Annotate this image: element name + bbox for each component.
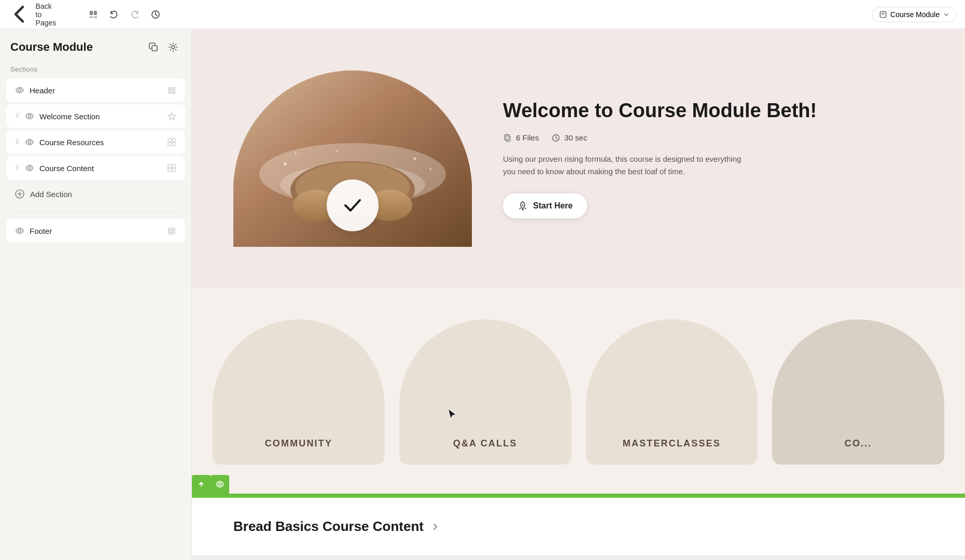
svg-rect-9 [169, 88, 175, 89]
undo-button[interactable] [106, 6, 122, 23]
history-button[interactable] [147, 6, 164, 23]
redo-button[interactable] [127, 6, 143, 23]
settings-button[interactable] [165, 39, 181, 55]
clock-icon [551, 133, 561, 143]
svg-rect-41 [506, 136, 510, 142]
visibility-icon-content [25, 163, 34, 173]
svg-point-36 [295, 152, 297, 155]
section-item-content[interactable]: ⠿ Course Content [6, 156, 185, 180]
hero-files: 6 Files [503, 133, 539, 143]
floating-bar-buttons [192, 475, 229, 494]
section-item-footer[interactable]: Footer [6, 219, 185, 243]
arrow-right-icon [430, 522, 440, 532]
back-to-pages-link[interactable]: Back to Pages [8, 2, 58, 27]
checkmark-overlay [327, 179, 379, 231]
svg-rect-10 [169, 90, 175, 91]
svg-point-43 [522, 204, 524, 206]
pages-button[interactable] [85, 6, 102, 23]
plus-circle-icon [15, 189, 25, 199]
hero-section: Welcome to Course Module Beth! 6 Files [192, 29, 965, 288]
files-icon [503, 133, 512, 143]
svg-rect-0 [90, 11, 93, 15]
svg-point-18 [28, 166, 31, 169]
preview-button[interactable] [211, 475, 229, 494]
cards-section: COMMUNITY Q&A CALLS MASTERCLASSES CO... [192, 288, 965, 496]
visibility-icon-header [15, 86, 24, 95]
svg-rect-19 [168, 164, 171, 167]
eye-icon [215, 480, 225, 489]
pages-icon [88, 9, 99, 20]
section-name-header: Header [30, 86, 162, 95]
feature-card-extra: CO... [772, 319, 944, 465]
chevron-down-icon [943, 11, 950, 18]
course-module-selector[interactable]: Course Module [872, 7, 957, 22]
section-name-welcome: Welcome Section [39, 112, 162, 121]
sidebar-divider [10, 212, 181, 213]
hero-meta: 6 Files 30 sec [503, 133, 924, 143]
course-content-title: Bread Basics Course Content [233, 519, 924, 535]
module-icon [879, 10, 887, 19]
copy-button[interactable] [146, 39, 161, 55]
up-arrow-icon [197, 480, 206, 489]
section-name-footer: Footer [30, 227, 162, 235]
back-label: Back to Pages [36, 2, 59, 27]
sidebar-header: Course Module [0, 29, 191, 59]
sidebar-header-actions [146, 39, 181, 55]
module-name: Course Module [890, 10, 940, 19]
svg-point-38 [429, 168, 431, 170]
section-action-content [167, 163, 176, 173]
hero-image-wrapper [233, 71, 472, 247]
start-here-button[interactable]: Start Here [503, 193, 587, 218]
hero-duration: 30 sec [551, 133, 587, 143]
start-here-label: Start Here [533, 201, 572, 211]
svg-rect-14 [168, 138, 171, 142]
sidebar: Course Module Sections [0, 29, 192, 560]
svg-point-24 [18, 229, 21, 232]
svg-rect-16 [168, 143, 171, 146]
feature-card-qa: Q&A CALLS [399, 319, 571, 465]
add-section-item[interactable]: Add Section [6, 182, 185, 206]
hero-title: Welcome to Course Module Beth! [503, 99, 924, 123]
copy-icon [148, 42, 159, 52]
section-item-header[interactable]: Header [6, 78, 185, 102]
duration-text: 30 sec [564, 133, 587, 142]
svg-point-37 [414, 158, 416, 160]
section-item-welcome[interactable]: ⠿ Welcome Section [6, 104, 185, 128]
card-label-qa: Q&A CALLS [453, 438, 518, 449]
history-icon [150, 9, 161, 20]
section-action-footer [167, 226, 176, 235]
course-content-section: Bread Basics Course Content [192, 496, 965, 555]
section-action-welcome [167, 111, 176, 121]
svg-rect-2 [90, 16, 93, 18]
main-layout: Course Module Sections [0, 29, 965, 560]
scroll-up-button[interactable] [192, 475, 211, 494]
svg-rect-17 [172, 143, 175, 146]
topbar-right: Course Module [872, 7, 957, 22]
gear-icon [168, 42, 178, 52]
svg-point-7 [172, 46, 175, 49]
svg-point-12 [28, 115, 31, 117]
visibility-icon-welcome [25, 111, 34, 121]
drag-handle-resources: ⠿ [15, 138, 20, 146]
undo-icon [109, 9, 119, 20]
svg-rect-22 [172, 169, 175, 172]
section-action-resources [167, 137, 176, 147]
svg-rect-6 [152, 46, 157, 51]
sections-label: Sections [0, 59, 191, 77]
svg-rect-20 [172, 164, 175, 167]
files-count: 6 Files [516, 133, 539, 142]
topbar: Back to Pages [0, 0, 965, 29]
svg-rect-40 [505, 134, 509, 140]
feature-card-masterclasses: MASTERCLASSES [586, 319, 758, 465]
section-item-resources[interactable]: ⠿ Course Resources [6, 130, 185, 154]
course-content-title-text: Bread Basics Course Content [233, 519, 424, 535]
redo-icon [130, 9, 140, 20]
back-arrow-icon [8, 2, 33, 26]
section-name-course-content: Course Content [39, 164, 162, 173]
drag-handle-welcome: ⠿ [15, 113, 20, 120]
section-name-resources: Course Resources [39, 138, 162, 147]
rocket-icon [518, 201, 528, 211]
drag-handle-content: ⠿ [15, 164, 20, 172]
svg-point-13 [28, 141, 31, 143]
svg-point-39 [336, 150, 338, 152]
